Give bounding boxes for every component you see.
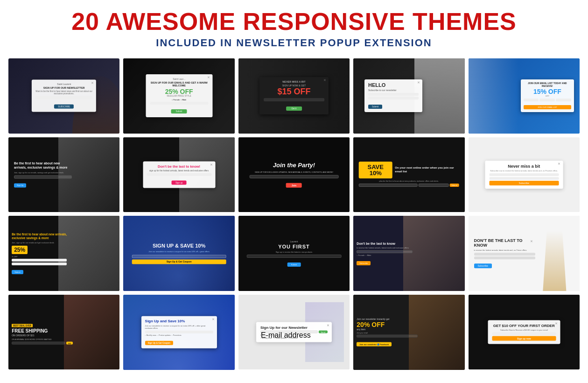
theme-card-17[interactable]: Sign Up and Save 10% Join our newsletter…: [123, 295, 234, 370]
theme-card-2[interactable]: Saint Laur... SIGN UP FOR OUR EMAILS AND…: [123, 58, 234, 134]
t7-sub: sign up for the hottest arrivals, latest…: [147, 170, 211, 172]
t15-sub: Subscribe: [474, 263, 492, 268]
t8-sub: SIGN UP FOR EXCLUSIVE UPDATES, NEW ARRIV…: [250, 170, 339, 173]
t11-headline: Be the first to hear about new arrivals,…: [12, 233, 73, 241]
t6-headline: Be the first to hear about new arrivals,…: [14, 161, 72, 170]
t2-sub: REGULAR PRICE STYLE: [150, 95, 208, 97]
t4-close-icon[interactable]: ✕: [417, 81, 420, 85]
t15-headline: DON'T BE THE LAST TO KNOW: [474, 238, 535, 248]
theme-card-1[interactable]: Saint Laurent SIGN UP FOR OUR NEWSLETTER…: [8, 58, 119, 134]
t12-headline: SIGN UP & SAVE 10%: [132, 243, 226, 249]
t20-sub: Subscribe Now to Receive a $10.00 coupon…: [492, 329, 556, 331]
t18-close-icon[interactable]: ✕: [327, 324, 329, 327]
theme-card-16[interactable]: BEST DEAL EVER FREE SHIPPING ON ORDERS O…: [8, 295, 119, 370]
t13-headline: YOU FIRST: [247, 244, 342, 249]
t5-headline: JOIN OUR EMAIL LIST TODAY AND RECEIVE!: [524, 82, 571, 87]
t4-sub: Subscribe to our newsletter: [368, 89, 419, 92]
t10-close-icon[interactable]: ✕: [558, 162, 560, 166]
t10-sub: Subscribe: [489, 181, 559, 185]
page-title: 20 AWESOME RESPONSIVE THEMES: [9, 8, 579, 35]
t18-email-label[interactable]: E-mail address: [260, 331, 318, 333]
t13-sub: Sign up to receive the latest in new pro…: [247, 251, 342, 253]
theme-card-5[interactable]: JOIN OUR EMAIL LIST TODAY AND RECEIVE! 1…: [469, 58, 580, 134]
t16-sub: ON ORDERS OF $21: [12, 334, 73, 337]
t3-headline: NEVER MISS A BIT: [264, 81, 324, 84]
t1-body: Want to be the first to hear latest news…: [35, 90, 92, 95]
t9-headline: SAVE 10%: [359, 162, 392, 178]
t11-discount: 25%: [12, 246, 28, 254]
theme-card-19[interactable]: Join our newsletter instantly get 20% OF…: [353, 295, 464, 370]
t9-sub: On your next online order when you join …: [395, 166, 459, 174]
theme-card-7[interactable]: Don't be the last to know! sign up for t…: [123, 137, 234, 213]
t10-headline: Never miss a bit: [489, 164, 559, 169]
theme-card-6[interactable]: Be the first to hear about new arrivals,…: [8, 137, 119, 213]
t17-sub: Join our newsletter to receive a coupon …: [145, 325, 213, 329]
t19-discount: 20% OFF: [357, 321, 418, 328]
t20-headline: GET $10 OFF YOUR FIRST ORDER: [492, 324, 556, 328]
theme-card-10[interactable]: Never miss a bit Subscribe now to receiv…: [469, 137, 580, 213]
page-subtitle: INCLUDED IN NEWSLETTER POPUP EXTENSION: [9, 37, 579, 49]
t2-discount: 25% OFF: [150, 88, 208, 95]
theme-card-3[interactable]: NEVER MISS A BIT SIGN UP NOW & GET $15 O…: [238, 58, 350, 134]
t1-headline: SIGN UP FOR OUR NEWSLETTER: [35, 86, 92, 89]
theme-card-9[interactable]: SAVE 10% On your next online order when …: [353, 137, 464, 213]
theme-card-14[interactable]: Don't be the last to know to receive the…: [353, 216, 464, 291]
t5-discount: 15% OFF: [524, 88, 571, 95]
t7-headline: Don't be the last to know!: [147, 164, 211, 169]
theme-card-11[interactable]: Be the first to hear about new arrivals,…: [8, 216, 119, 291]
t14-headline: Don't be the last to know: [357, 241, 412, 246]
themes-grid: Saint Laurent SIGN UP FOR OUR NEWSLETTER…: [0, 54, 588, 378]
theme-card-18[interactable]: Sign Up for our Newsletter E-mail addres…: [238, 295, 350, 370]
t1-close-icon[interactable]: ✕: [91, 81, 94, 85]
theme-card-20[interactable]: GET $10 OFF YOUR FIRST ORDER Subscribe N…: [469, 295, 580, 370]
t15-close-icon[interactable]: ✕: [530, 240, 533, 243]
page-header: 20 AWESOME RESPONSIVE THEMES INCLUDED IN…: [0, 0, 588, 54]
theme-card-4[interactable]: HELLO Subscribe to our newsletter Submit…: [353, 58, 464, 134]
t2-headline: SIGN UP FOR OUR EMAILS AND GET A WARM WE…: [150, 81, 208, 87]
t20-close-icon[interactable]: ✕: [555, 322, 558, 326]
t12-sub: Sign Up & Get Coupon: [132, 259, 226, 264]
t7-close-icon[interactable]: ✕: [210, 163, 213, 167]
t17-close-icon[interactable]: ✕: [212, 318, 215, 321]
t3-close-icon[interactable]: ✕: [323, 79, 326, 83]
t3-discount: $15 OFF: [264, 88, 324, 97]
t19-headline: Join our newsletter instantly get: [357, 318, 418, 320]
theme-card-15[interactable]: DON'T BE THE LAST TO KNOW to receive the…: [469, 216, 580, 291]
theme-card-12[interactable]: SIGN UP & SAVE 10% Join our newsletter t…: [123, 216, 234, 291]
t2-close-icon[interactable]: ✕: [207, 76, 210, 79]
t18-headline: Sign Up for our Newsletter: [260, 326, 328, 330]
theme-card-8[interactable]: Join the Party! SIGN UP FOR EXCLUSIVE UP…: [238, 137, 350, 213]
t4-headline: HELLO: [368, 82, 419, 88]
t17-headline: Sign Up and Save 10%: [145, 319, 213, 324]
theme-card-13[interactable]: Laurent YOU FIRST Sign up to receive the…: [238, 216, 350, 291]
t16-headline: FREE SHIPPING: [12, 328, 73, 333]
t8-headline: Join the Party!: [250, 162, 339, 169]
